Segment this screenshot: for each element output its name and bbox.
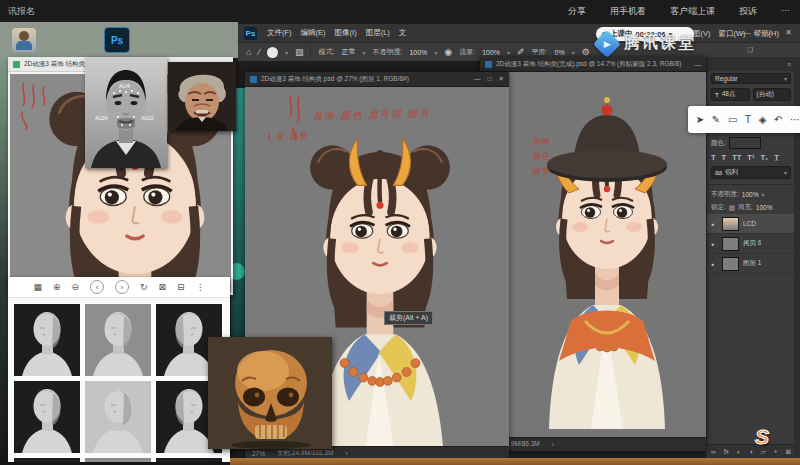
photoshop-app-icon[interactable]: Ps: [104, 27, 130, 53]
next-icon[interactable]: ›: [115, 280, 129, 294]
panel-header: ≡: [707, 57, 795, 71]
home-icon[interactable]: ⌂: [246, 47, 251, 57]
cursor-icon[interactable]: ➤: [696, 114, 704, 125]
text-style-button[interactable]: TT: [732, 153, 741, 162]
text-icon[interactable]: T: [745, 114, 751, 125]
eraser-icon[interactable]: ◈: [759, 114, 767, 125]
topbar-action[interactable]: 分享: [568, 5, 586, 18]
fill-value[interactable]: 100%: [756, 204, 773, 211]
doc2-titlebar[interactable]: 2D动漫3 装饰 结构类(完成).psd @ 14.7% (剪贴蒙版 2.3, …: [480, 57, 706, 72]
menu-item[interactable]: 文件(F): [267, 28, 292, 38]
rotate-icon[interactable]: ↻: [140, 282, 148, 293]
adjustment-layer-icon[interactable]: ◑: [749, 448, 753, 455]
brush-tool-icon[interactable]: ∕: [258, 47, 260, 57]
maximize-icon[interactable]: □: [765, 28, 770, 38]
pen-icon[interactable]: ✎: [712, 114, 720, 125]
layer-row[interactable]: ●LCD: [707, 214, 795, 234]
text-style-button[interactable]: T₁: [760, 153, 768, 162]
brush-panel-icon[interactable]: ▨: [295, 47, 304, 57]
reference-photo-expression[interactable]: [168, 62, 236, 131]
close-icon[interactable]: ✕: [785, 28, 792, 38]
minimize-icon[interactable]: —: [695, 61, 702, 68]
desktop-bottom-strip: [230, 458, 800, 465]
brush-preset-icon[interactable]: [267, 47, 278, 58]
minimize-icon[interactable]: —: [742, 28, 750, 38]
doc2-canvas[interactable]: 首饰颜色细节: [480, 72, 706, 437]
zoom-out-icon[interactable]: ⊖: [71, 282, 79, 293]
rectangle-icon[interactable]: ▭: [728, 114, 737, 125]
bust-photo[interactable]: [14, 381, 80, 453]
layer-row[interactable]: ●拷贝 6: [707, 234, 795, 254]
maximize-icon[interactable]: □: [488, 75, 492, 83]
chevron-right-icon[interactable]: ›: [552, 441, 554, 448]
text-style-button[interactable]: T: [722, 153, 727, 162]
more-icon[interactable]: ⋯: [790, 114, 800, 125]
minimize-icon[interactable]: —: [474, 75, 481, 83]
pressure-opacity-icon[interactable]: ◉: [444, 47, 452, 57]
text-color-swatch[interactable]: [729, 137, 761, 149]
layer-mask-icon[interactable]: ◐: [737, 448, 741, 455]
antialias-select[interactable]: aa 锐利 ▾: [711, 166, 791, 179]
print-icon[interactable]: ⊟: [177, 282, 185, 293]
handwritten-note: 1.发 调整: [267, 130, 308, 143]
bust-photo[interactable]: [85, 304, 151, 376]
layer-row[interactable]: ●图层 1: [707, 254, 795, 274]
undo-icon[interactable]: ↶: [774, 114, 782, 125]
chevron-down-icon[interactable]: ▾: [285, 49, 288, 56]
close-icon[interactable]: ✕: [499, 75, 504, 83]
menu-item[interactable]: 图层(L): [366, 28, 390, 38]
chevron-right-icon[interactable]: ›: [345, 450, 347, 457]
new-layer-icon[interactable]: +: [774, 448, 778, 455]
lock-icon[interactable]: ▨: [729, 204, 735, 212]
qq-icon[interactable]: [58, 28, 82, 52]
flow-value[interactable]: 100%: [482, 49, 500, 56]
contact-avatar-icon[interactable]: [12, 28, 36, 52]
reference-photo-facs[interactable]: AU4AU24AU12: [85, 57, 167, 168]
chevron-down-icon[interactable]: ▾: [572, 49, 575, 56]
smooth-value[interactable]: 0%: [555, 49, 565, 56]
topbar-action[interactable]: ···: [781, 5, 790, 18]
delete-icon[interactable]: ⊠: [159, 282, 167, 293]
zoom-in-icon[interactable]: ⊕: [53, 282, 61, 293]
chevron-down-icon[interactable]: ▾: [362, 49, 365, 56]
visibility-eye-icon[interactable]: ●: [711, 261, 718, 267]
chevron-down-icon[interactable]: ▾: [507, 49, 510, 56]
skull-reference-window[interactable]: [208, 337, 332, 449]
airbrush-icon[interactable]: ✐: [517, 47, 525, 57]
bust-photo[interactable]: [14, 304, 80, 376]
chevron-down-icon[interactable]: ▾: [434, 49, 437, 56]
smooth-label: 平滑:: [532, 47, 548, 57]
doc1-titlebar[interactable]: 2D动漫3 装饰 结构类.psd @ 27% (图层 1, RGB/8#) —□…: [245, 72, 509, 87]
font-size-field[interactable]: T48点: [711, 88, 750, 101]
settings-gear-icon[interactable]: ⚙: [582, 47, 590, 57]
leading-field[interactable]: (自动): [753, 88, 792, 101]
visibility-eye-icon[interactable]: ●: [711, 241, 718, 247]
mode-value[interactable]: 正常: [341, 47, 355, 57]
topbar-action[interactable]: 客户端上课: [670, 5, 715, 18]
text-style-button[interactable]: T: [711, 153, 716, 162]
delete-layer-icon[interactable]: ⊠: [785, 448, 790, 456]
menu-item[interactable]: 编辑(E): [301, 28, 326, 38]
layers-opacity-value[interactable]: 100%: [742, 191, 759, 198]
topbar-actions: 分享用手机看客户端上课投诉···: [568, 5, 790, 18]
menu-item[interactable]: 文: [399, 28, 407, 38]
panel-menu-icon[interactable]: ≡: [787, 61, 791, 68]
more-icon[interactable]: ⋮: [196, 282, 205, 293]
topbar-action[interactable]: 投诉: [739, 5, 757, 18]
play-gem-icon: ▶: [593, 29, 621, 57]
opacity-value[interactable]: 100%: [409, 49, 427, 56]
topbar-action[interactable]: 用手机看: [610, 5, 646, 18]
thumbnails-icon[interactable]: ▦: [33, 282, 42, 293]
text-style-button[interactable]: T¹: [747, 153, 754, 162]
bust-photo[interactable]: [85, 381, 151, 453]
layer-effects-icon[interactable]: fx: [724, 448, 729, 455]
previous-icon[interactable]: ‹: [90, 280, 104, 294]
font-style-select[interactable]: Regular▾: [711, 73, 791, 84]
text-style-button[interactable]: T̲: [774, 153, 779, 162]
menu-item[interactable]: 图像(I): [335, 28, 357, 38]
doc1-zoom[interactable]: 27%: [252, 450, 265, 457]
visibility-eye-icon[interactable]: ●: [711, 221, 718, 227]
link-layers-icon[interactable]: ∞: [711, 448, 716, 455]
panel-collapse-icon[interactable]: ❑: [747, 46, 753, 54]
chevron-down-icon[interactable]: ▾: [761, 191, 764, 198]
